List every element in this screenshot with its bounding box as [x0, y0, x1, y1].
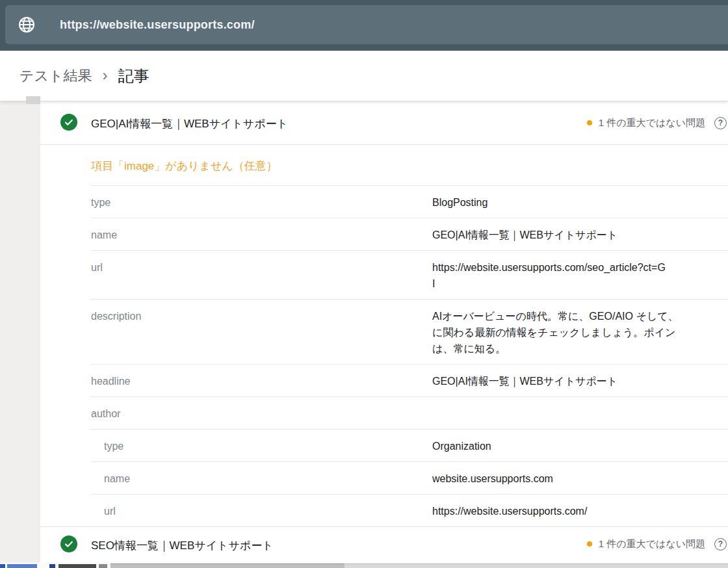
section-header-article-2[interactable]: SEO情報一覧｜WEBサイトサポート 1 件の重大ではない問題 ? — [40, 527, 728, 561]
row-key: url — [91, 259, 103, 276]
table-row-nested: url https://website.usersupports.com/ — [91, 495, 728, 526]
clipped-content-fragment — [0, 564, 5, 568]
clipped-panel-edge — [110, 563, 344, 568]
row-value — [432, 406, 728, 422]
clipped-panel-edge — [344, 563, 728, 568]
table-row-nested: name website.usersupports.com — [91, 462, 728, 495]
row-key: type — [104, 438, 124, 454]
globe-icon — [18, 16, 35, 33]
table-row-nested: type Organization — [91, 430, 728, 462]
row-key: url — [104, 503, 116, 519]
warning-row: 項目「image」がありません（任意） — [40, 144, 728, 185]
check-circle-icon — [60, 114, 77, 131]
section-title: SEO情報一覧｜WEBサイトサポート — [91, 538, 274, 553]
help-icon[interactable]: ? — [714, 538, 727, 550]
table-row: name GEO|AI情報一覧｜WEBサイトサポート — [91, 218, 728, 251]
row-key: type — [91, 194, 110, 211]
row-value: AIオーバービューの時代。常に、GEO/AIO そして、 に関わる最新の情報をチ… — [432, 308, 728, 357]
row-value: https://website.usersupports.com/ — [432, 503, 728, 519]
row-value: Organization — [432, 438, 728, 454]
section-title: GEO|AI情報一覧｜WEBサイトサポート — [91, 116, 288, 131]
url-text[interactable]: https://website.usersupports.com/ — [60, 18, 255, 32]
breadcrumb: テスト結果 › 記事 — [0, 51, 728, 101]
url-bar[interactable]: https://website.usersupports.com/ — [5, 5, 728, 44]
table-row: type BlogPosting — [91, 186, 728, 218]
row-key: author — [91, 406, 120, 422]
browser-header: https://website.usersupports.com/ — [0, 0, 728, 51]
row-value: website.usersupports.com — [432, 471, 728, 487]
clipped-content-fragment — [7, 564, 37, 568]
row-key: headline — [91, 373, 131, 389]
section-header-article-1[interactable]: GEO|AI情報一覧｜WEBサイトサポート 1 件の重大ではない問題 ? — [40, 101, 728, 144]
issue-count-badge: 1 件の重大ではない問題 — [599, 117, 705, 129]
clipped-content-fragment — [99, 564, 107, 568]
breadcrumb-parent[interactable]: テスト結果 — [20, 66, 92, 86]
clipped-content-fragment — [58, 564, 96, 568]
row-key: name — [104, 471, 130, 487]
help-icon[interactable]: ? — [714, 117, 727, 129]
row-value: GEO|AI情報一覧｜WEBサイトサポート — [432, 227, 728, 243]
clipped-content-fragment — [49, 564, 55, 568]
check-circle-icon — [60, 536, 77, 552]
scrollbar-fragment[interactable] — [26, 96, 40, 104]
table-row: headline GEO|AI情報一覧｜WEBサイトサポート — [91, 365, 728, 397]
issue-summary: 1 件の重大ではない問題 ? — [587, 527, 727, 561]
table-row: description AIオーバービューの時代。常に、GEO/AIO そして、… — [91, 300, 728, 365]
table-row-author: author — [91, 397, 728, 430]
row-value: BlogPosting — [432, 194, 728, 211]
row-value: https://website.usersupports.com/seo_art… — [432, 259, 728, 292]
warning-dot-icon — [587, 120, 592, 125]
warning-message: 項目「image」がありません（任意） — [91, 159, 278, 174]
breadcrumb-current: 記事 — [118, 66, 150, 86]
clipped-bottom-content — [0, 563, 728, 568]
table-row: url https://website.usersupports.com/seo… — [91, 251, 728, 300]
chevron-right-icon: › — [103, 66, 108, 84]
results-card: GEO|AI情報一覧｜WEBサイトサポート 1 件の重大ではない問題 ? 項目「… — [40, 101, 728, 563]
issue-count-badge: 1 件の重大ではない問題 — [599, 538, 705, 550]
issue-summary: 1 件の重大ではない問題 ? — [587, 101, 727, 144]
row-value: GEO|AI情報一覧｜WEBサイトサポート — [432, 373, 728, 389]
row-key: name — [91, 227, 117, 243]
row-key: description — [91, 308, 141, 324]
warning-dot-icon — [587, 541, 592, 547]
